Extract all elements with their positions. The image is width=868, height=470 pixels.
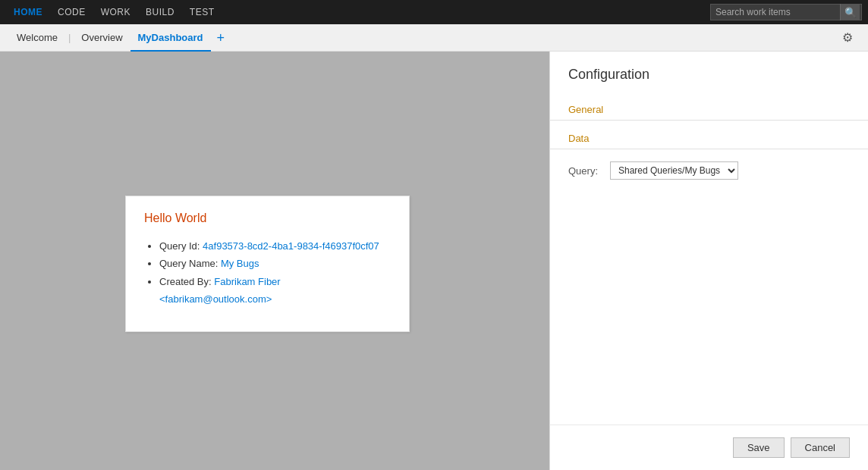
query-id-value: 4af93573-8cd2-4ba1-9834-f46937f0cf07 [203,240,379,252]
config-query-select[interactable]: Shared Queries/My Bugs Shared Queries/Al… [610,161,738,180]
search-button[interactable]: 🔍 [840,4,860,20]
config-data-label: Data [550,124,868,149]
nav-code[interactable]: CODE [50,0,93,24]
sub-nav: Welcome | Overview MyDashboard + ⚙ [0,24,868,52]
list-item: Query Name: My Bugs [159,255,391,272]
config-query-row: Query: Shared Queries/My Bugs Shared Que… [550,152,868,189]
config-general-label: General [550,95,868,121]
query-id-label: Query Id: [159,240,203,252]
cancel-button[interactable]: Cancel [791,437,850,458]
subnav-divider: | [65,24,74,52]
save-button[interactable]: Save [733,437,785,458]
main-layout: Hello World Query Id: 4af93573-8cd2-4ba1… [0,52,868,470]
config-title: Configuration [550,52,868,95]
subnav-welcome[interactable]: Welcome [9,24,65,52]
top-nav: HOME CODE WORK BUILD TEST 🔍 [0,0,868,24]
search-box: 🔍 [710,4,862,20]
subnav-mydashboard[interactable]: MyDashboard [131,24,211,52]
list-item: Created By: Fabrikam Fiber <fabrikam@out… [159,273,391,309]
widget-title: Hello World [144,212,391,225]
widget-list: Query Id: 4af93573-8cd2-4ba1-9834-f46937… [144,237,391,309]
list-item: Query Id: 4af93573-8cd2-4ba1-9834-f46937… [159,237,391,255]
created-by-label: Created By: [159,276,214,287]
nav-test[interactable]: TEST [182,0,222,24]
nav-build[interactable]: BUILD [138,0,182,24]
nav-home[interactable]: HOME [6,0,50,24]
search-area: 🔍 [710,4,862,20]
widget-card: Hello World Query Id: 4af93573-8cd2-4ba1… [125,196,410,332]
subnav-add-button[interactable]: + [211,24,231,52]
config-panel: Configuration General Data Query: Shared… [549,52,868,470]
subnav-overview[interactable]: Overview [74,24,130,52]
gear-icon[interactable]: ⚙ [836,24,859,52]
query-name-value: My Bugs [221,258,259,269]
query-name-label: Query Name: [159,258,221,269]
config-query-label: Query: [568,165,602,177]
search-input[interactable] [711,7,840,17]
config-footer: Save Cancel [550,425,868,470]
dashboard-area: Hello World Query Id: 4af93573-8cd2-4ba1… [0,52,549,470]
nav-work[interactable]: WORK [93,0,138,24]
